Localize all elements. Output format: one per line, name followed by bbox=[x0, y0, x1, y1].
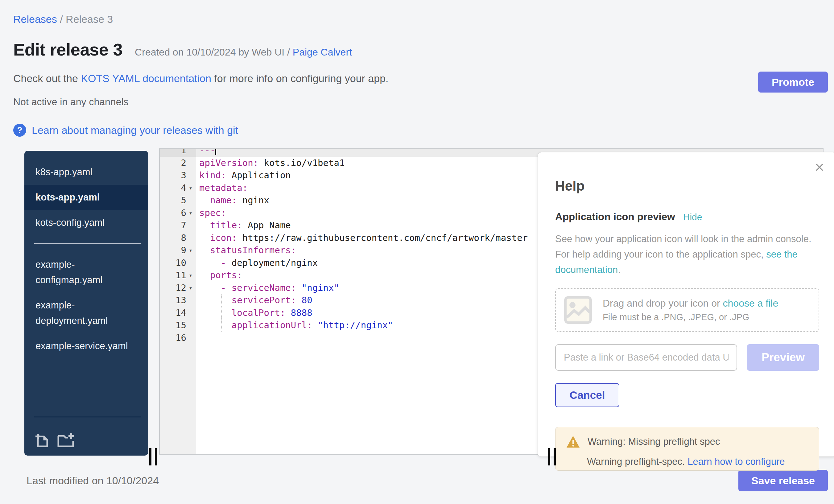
last-modified-text: Last modified on 10/10/2024 bbox=[26, 475, 159, 487]
preflight-warning: Warning: Missing preflight spec Warning … bbox=[555, 427, 819, 471]
gutter-line-15: 15 bbox=[160, 319, 196, 332]
warning-title: Warning: Missing preflight spec bbox=[588, 436, 720, 447]
sidebar-resize-handle[interactable] bbox=[149, 448, 157, 465]
choose-file-link[interactable]: choose a file bbox=[723, 298, 778, 309]
indent-guide bbox=[221, 319, 222, 332]
question-icon: ? bbox=[13, 124, 26, 137]
gutter-line-1: 1 bbox=[160, 149, 196, 157]
doc-line-suffix: for more info on configuring your app. bbox=[211, 72, 389, 84]
doc-line-prefix: Check out the bbox=[13, 72, 81, 84]
created-text: Created on 10/10/2024 by Web UI / bbox=[135, 47, 293, 58]
file-group-examples: example-configmap.yamlexample-deployment… bbox=[24, 252, 148, 359]
breadcrumb-current: Release 3 bbox=[66, 13, 113, 25]
author-link[interactable]: Paige Calvert bbox=[293, 47, 352, 58]
sidebar-file-k8s-app.yaml[interactable]: k8s-app.yaml bbox=[24, 159, 148, 185]
file-group-primary: k8s-app.yamlkots-app.yamlkots-config.yam… bbox=[24, 159, 148, 235]
help-panel: × Help Application icon preview Hide See… bbox=[537, 152, 834, 457]
warning-body-text: Warning preflight-spec. bbox=[587, 456, 687, 467]
indent-guide bbox=[221, 307, 222, 319]
dropzone-text: Drag and drop your icon or choose a file bbox=[603, 298, 778, 309]
new-file-icon[interactable] bbox=[35, 433, 49, 447]
fold-arrow-icon[interactable]: ▾ bbox=[186, 184, 195, 191]
fold-arrow-icon[interactable]: ▾ bbox=[186, 272, 195, 279]
warning-body: Warning preflight-spec. Learn how to con… bbox=[587, 456, 808, 467]
sidebar-bottom bbox=[24, 409, 148, 447]
gutter-line-9: 9▾ bbox=[160, 244, 196, 257]
file-sidebar: k8s-app.yamlkots-app.yamlkots-config.yam… bbox=[24, 151, 148, 456]
cancel-button[interactable]: Cancel bbox=[555, 383, 619, 407]
preview-button[interactable]: Preview bbox=[747, 344, 819, 371]
edit-release-page: Releases / Release 3 Edit release 3 Crea… bbox=[0, 0, 834, 504]
help-title: Help bbox=[555, 178, 819, 194]
warning-icon bbox=[566, 435, 580, 448]
breadcrumb-separator: / bbox=[57, 13, 66, 25]
gutter-line-13: 13 bbox=[160, 294, 196, 307]
description-period: . bbox=[618, 264, 620, 275]
gutter-line-11: 11▾ bbox=[160, 269, 196, 282]
icon-dropzone[interactable]: Drag and drop your icon or choose a file… bbox=[555, 288, 819, 332]
dropzone-text-prefix: Drag and drop your icon or bbox=[603, 298, 723, 309]
promote-button[interactable]: Promote bbox=[758, 71, 828, 92]
panel-resize-handle[interactable] bbox=[548, 448, 556, 465]
sidebar-file-kots-app.yaml[interactable]: kots-app.yaml bbox=[24, 185, 148, 210]
fold-arrow-icon[interactable]: ▾ bbox=[186, 284, 195, 291]
save-release-button[interactable]: Save release bbox=[739, 470, 828, 491]
image-placeholder-icon bbox=[564, 296, 592, 324]
sidebar-divider bbox=[34, 243, 141, 244]
sidebar-file-kots-config.yaml[interactable]: kots-config.yaml bbox=[24, 210, 148, 235]
doc-line: Check out the KOTS YAML documentation fo… bbox=[13, 72, 834, 85]
gutter-line-16: 16 bbox=[160, 332, 196, 344]
page-title: Edit release 3 bbox=[13, 40, 123, 60]
icon-preview-description: See how your application icon will look … bbox=[555, 231, 814, 278]
sidebar-bottom-divider bbox=[34, 417, 141, 417]
gutter-line-6: 6▾ bbox=[160, 207, 196, 219]
git-releases-link[interactable]: Learn about managing your releases with … bbox=[32, 124, 238, 136]
fold-arrow-icon[interactable]: ▾ bbox=[186, 247, 195, 254]
channel-status: Not active in any channels bbox=[13, 96, 834, 108]
breadcrumb: Releases / Release 3 bbox=[13, 13, 834, 25]
editor-caret bbox=[215, 149, 216, 155]
gutter-line-4: 4▾ bbox=[160, 182, 196, 194]
learn-configure-link[interactable]: Learn how to configure bbox=[687, 456, 785, 467]
gutter-line-14: 14 bbox=[160, 307, 196, 319]
gutter-line-5: 5 bbox=[160, 194, 196, 207]
fold-arrow-icon[interactable]: ▾ bbox=[186, 210, 195, 216]
created-info: Created on 10/10/2024 by Web UI / Paige … bbox=[135, 47, 352, 58]
hide-link[interactable]: Hide bbox=[683, 212, 702, 222]
indent-guide bbox=[221, 294, 222, 307]
gutter-line-2: 2 bbox=[160, 157, 196, 169]
new-folder-icon[interactable] bbox=[57, 433, 75, 447]
gutter-line-8: 8 bbox=[160, 232, 196, 244]
dropzone-hint: File must be a .PNG, .JPEG, or .JPG bbox=[603, 312, 778, 322]
main-workspace: k8s-app.yamlkots-app.yamlkots-config.yam… bbox=[13, 148, 834, 459]
icon-preview-title: Application icon preview bbox=[555, 211, 675, 223]
gutter-line-3: 3 bbox=[160, 169, 196, 182]
sidebar-file-example-configmap.yaml[interactable]: example-configmap.yaml bbox=[24, 252, 148, 293]
sidebar-file-example-deployment.yaml[interactable]: example-deployment.yaml bbox=[24, 293, 148, 333]
kots-yaml-doc-link[interactable]: KOTS YAML documentation bbox=[81, 72, 211, 84]
close-icon[interactable]: × bbox=[815, 159, 824, 175]
breadcrumb-releases-link[interactable]: Releases bbox=[13, 13, 57, 25]
icon-url-input[interactable] bbox=[555, 344, 737, 371]
editor-gutter: 1234▾56▾789▾1011▾12▾13141516 bbox=[160, 149, 196, 454]
gutter-line-10: 10 bbox=[160, 257, 196, 269]
gutter-line-7: 7 bbox=[160, 219, 196, 232]
sidebar-file-example-service.yaml[interactable]: example-service.yaml bbox=[24, 333, 148, 359]
gutter-line-12: 12▾ bbox=[160, 282, 196, 294]
